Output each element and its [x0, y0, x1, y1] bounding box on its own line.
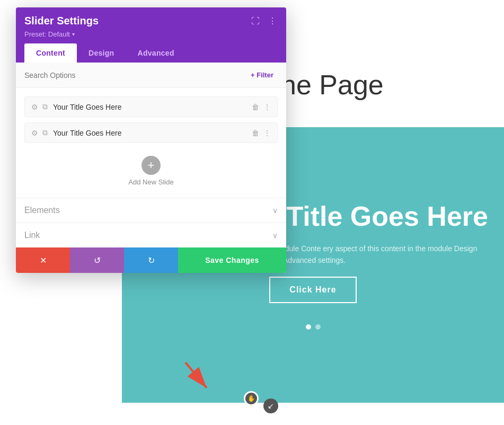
dot-1[interactable]: [306, 324, 311, 330]
search-row: + Filter: [16, 63, 286, 88]
panel-body: + Filter ⚙ ⧉ Your Title Goes Here 🗑 ⋮ ⚙ …: [16, 63, 286, 273]
preset-selector[interactable]: Preset: Default ▾: [24, 30, 278, 38]
tab-design[interactable]: Design: [77, 43, 126, 63]
preset-arrow-icon: ▾: [72, 31, 75, 37]
cursor-hand-icon: ✋: [247, 395, 255, 402]
slide-item-1-actions: 🗑 ⋮: [252, 103, 271, 111]
slide-item-2-actions: 🗑 ⋮: [252, 129, 271, 137]
panel-header-top: Slider Settings ⛶ ⋮: [24, 15, 278, 27]
search-input[interactable]: [24, 71, 242, 79]
more-options-icon[interactable]: ⋮: [267, 15, 278, 27]
filter-button[interactable]: + Filter: [246, 69, 278, 81]
delete-icon-2[interactable]: 🗑: [252, 129, 259, 137]
slider-dots: [306, 324, 321, 330]
tab-content[interactable]: Content: [24, 43, 77, 63]
panel-tabs: Content Design Advanced: [24, 43, 278, 63]
add-slide-button[interactable]: +: [142, 156, 161, 175]
diagonal-arrow-badge: ↙: [263, 399, 278, 413]
add-slide-area: + Add New Slide: [24, 148, 278, 193]
add-slide-label: Add New Slide: [128, 178, 173, 186]
settings-icon-2[interactable]: ⚙: [31, 129, 38, 137]
duplicate-icon-2[interactable]: ⧉: [42, 128, 48, 137]
more-icon-1[interactable]: ⋮: [263, 103, 271, 111]
link-chevron-icon: ∨: [272, 231, 278, 240]
slides-list: ⚙ ⧉ Your Title Goes Here 🗑 ⋮ ⚙ ⧉ Your Ti…: [16, 88, 286, 198]
slide-item-2-icons: ⚙ ⧉: [31, 128, 48, 137]
cta-button[interactable]: Click Here: [269, 277, 356, 303]
link-label: Link: [24, 231, 40, 240]
panel-title: Slider Settings: [24, 15, 99, 27]
redo-button[interactable]: ↻: [124, 247, 178, 273]
slide-item-1: ⚙ ⧉ Your Title Goes Here 🗑 ⋮: [24, 96, 278, 117]
preset-label: Preset: Default: [24, 30, 70, 38]
save-button[interactable]: Save Changes: [178, 247, 286, 273]
slide-item-1-title: Your Title Goes Here: [53, 103, 246, 111]
cancel-button[interactable]: ✕: [16, 247, 70, 273]
tab-advanced[interactable]: Advanced: [126, 43, 185, 63]
elements-section[interactable]: Elements ∨: [16, 198, 286, 223]
delete-icon-1[interactable]: 🗑: [252, 103, 259, 111]
elements-chevron-icon: ∨: [272, 206, 278, 215]
more-icon-2[interactable]: ⋮: [263, 129, 271, 137]
cursor: ✋: [244, 391, 259, 406]
elements-label: Elements: [24, 206, 60, 215]
link-section[interactable]: Link ∨: [16, 223, 286, 247]
slider-settings-panel: Slider Settings ⛶ ⋮ Preset: Default ▾ Co…: [16, 7, 286, 273]
duplicate-icon[interactable]: ⧉: [42, 102, 48, 111]
slide-item-2: ⚙ ⧉ Your Title Goes Here 🗑 ⋮: [24, 122, 278, 143]
diagonal-arrow-icon: ↙: [268, 402, 274, 410]
undo-button[interactable]: ↺: [70, 247, 124, 273]
slide-item-2-title: Your Title Goes Here: [53, 129, 246, 137]
settings-icon[interactable]: ⚙: [31, 103, 38, 111]
dot-2[interactable]: [315, 324, 321, 330]
panel-header: Slider Settings ⛶ ⋮ Preset: Default ▾ Co…: [16, 7, 286, 63]
panel-header-icons: ⛶ ⋮: [250, 15, 278, 27]
fullscreen-icon[interactable]: ⛶: [250, 15, 261, 27]
bottom-toolbar: ✕ ↺ ↻ Save Changes: [16, 247, 286, 273]
page-title: ne Page: [281, 69, 384, 101]
slide-item-1-icons: ⚙ ⧉: [31, 102, 48, 111]
